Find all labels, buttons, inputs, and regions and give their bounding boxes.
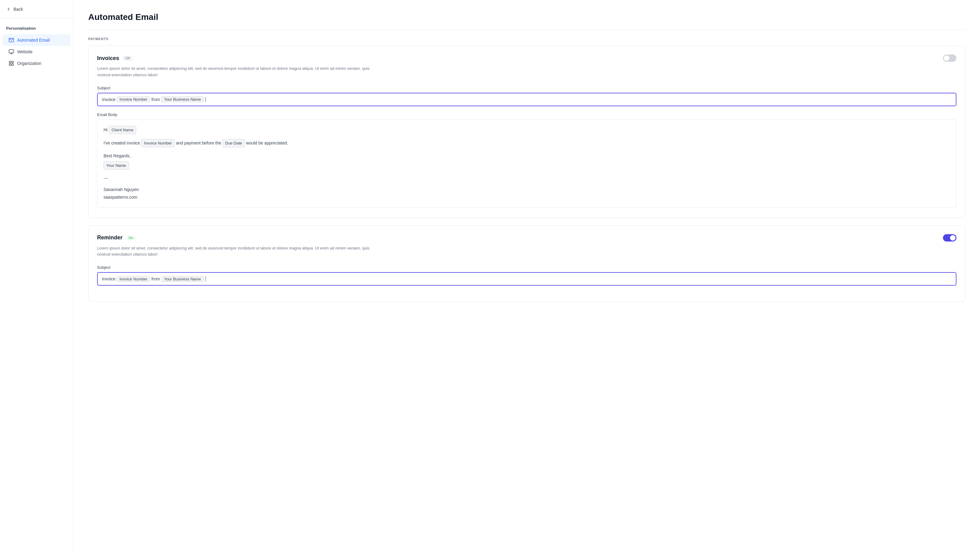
sidebar-item-label: Website bbox=[17, 49, 32, 54]
invoices-body-label: Email Body bbox=[97, 112, 956, 117]
text-cursor-reminder bbox=[205, 276, 206, 281]
invoices-subject-from: from bbox=[151, 97, 160, 102]
svg-rect-6 bbox=[9, 64, 11, 65]
email-icon bbox=[9, 37, 14, 43]
body-your-name-line: Your Name bbox=[103, 161, 950, 170]
invoices-card: Invoices Off Lorem ipsum dolor sit amet,… bbox=[88, 46, 965, 218]
sidebar-item-label: Organization bbox=[17, 61, 41, 66]
reminder-toggle[interactable] bbox=[943, 234, 956, 241]
sidebar: Back Personalisation Automated Email Web… bbox=[0, 0, 73, 551]
reminder-subject-tag1: Invoice Number bbox=[117, 276, 150, 282]
sidebar-section-title: Personalisation bbox=[0, 19, 73, 34]
svg-rect-7 bbox=[12, 64, 13, 65]
reminder-subject-from: from bbox=[151, 276, 160, 281]
body-separator-line: --- bbox=[103, 175, 950, 182]
invoices-subject-prefix: Invoice bbox=[102, 97, 115, 102]
monitor-icon bbox=[9, 49, 14, 54]
svg-rect-4 bbox=[9, 61, 11, 63]
body-your-name-tag: Your Name bbox=[103, 161, 129, 170]
reminder-card-header: Reminder On bbox=[97, 234, 956, 241]
invoices-toggle[interactable] bbox=[943, 54, 956, 62]
reminder-title: Reminder bbox=[97, 235, 123, 241]
invoices-card-header: Invoices Off bbox=[97, 54, 956, 62]
invoices-subject-tag1: Invoice Number bbox=[117, 97, 150, 102]
reminder-subject-prefix: Invoice bbox=[102, 276, 115, 281]
svg-rect-1 bbox=[9, 49, 14, 53]
body-hi: Hi bbox=[103, 126, 108, 134]
sig-url: saaspatterns.com bbox=[103, 194, 950, 201]
body-separator: --- bbox=[103, 175, 108, 182]
back-label: Back bbox=[13, 7, 23, 12]
grid-icon bbox=[9, 60, 14, 66]
text-cursor bbox=[205, 97, 206, 102]
body-regards-line: Best Regards, bbox=[103, 152, 950, 160]
reminder-status-badge: On bbox=[126, 235, 136, 240]
main-content: Automated Email PAYMENTS Invoices Off Lo… bbox=[73, 0, 980, 551]
body-payment-before: and payment before the bbox=[176, 139, 221, 147]
sidebar-item-website[interactable]: Website bbox=[2, 46, 71, 57]
body-due-date-tag: Due Date bbox=[222, 139, 245, 147]
sidebar-item-automated-email[interactable]: Automated Email bbox=[2, 34, 71, 46]
svg-rect-5 bbox=[12, 61, 13, 63]
reminder-subject-tag2: Your Business Name bbox=[161, 276, 204, 282]
reminder-subject-input[interactable]: Invoice Invoice Number from Your Busines… bbox=[97, 272, 956, 286]
page-title: Automated Email bbox=[88, 12, 965, 22]
body-invoice-number-tag: Invoice Number bbox=[141, 139, 175, 147]
reminder-description: Lorem ipsum dolor sit amet, consectetur … bbox=[97, 245, 373, 258]
invoices-description: Lorem ipsum dolor sit amet, consectetur … bbox=[97, 65, 373, 78]
invoices-subject-tag2: Your Business Name bbox=[161, 97, 204, 102]
invoices-email-body[interactable]: Hi Client Name I've created invoice Invo… bbox=[97, 119, 956, 208]
reminder-subject-label: Subject bbox=[97, 265, 956, 270]
sidebar-item-label: Automated Email bbox=[17, 38, 50, 43]
body-created: I've created invoice bbox=[103, 139, 140, 147]
sidebar-item-organization[interactable]: Organization bbox=[2, 57, 71, 69]
invoices-title: Invoices bbox=[97, 55, 119, 62]
body-signature: Savannah Nguyen saaspatterns.com bbox=[103, 186, 950, 201]
body-greeting-line: Hi Client Name bbox=[103, 126, 950, 134]
arrow-left-icon bbox=[6, 7, 11, 12]
invoices-subject-input[interactable]: Invoice Invoice Number from Your Busines… bbox=[97, 93, 956, 106]
section-label-payments: PAYMENTS bbox=[88, 37, 965, 41]
back-button[interactable]: Back bbox=[0, 0, 73, 19]
body-regards: Best Regards, bbox=[103, 152, 131, 160]
body-invoice-line: I've created invoice Invoice Number and … bbox=[103, 139, 950, 147]
sig-name: Savannah Nguyen bbox=[103, 186, 950, 194]
body-client-name-tag: Client Name bbox=[109, 126, 136, 134]
invoices-subject-label: Subject bbox=[97, 86, 956, 90]
invoices-title-row: Invoices Off bbox=[97, 55, 132, 62]
reminder-card: Reminder On Lorem ipsum dolor sit amet, … bbox=[88, 225, 965, 302]
reminder-title-row: Reminder On bbox=[97, 235, 136, 241]
body-appreciated: would be appreciated. bbox=[246, 139, 288, 147]
invoices-status-badge: Off bbox=[123, 56, 132, 60]
